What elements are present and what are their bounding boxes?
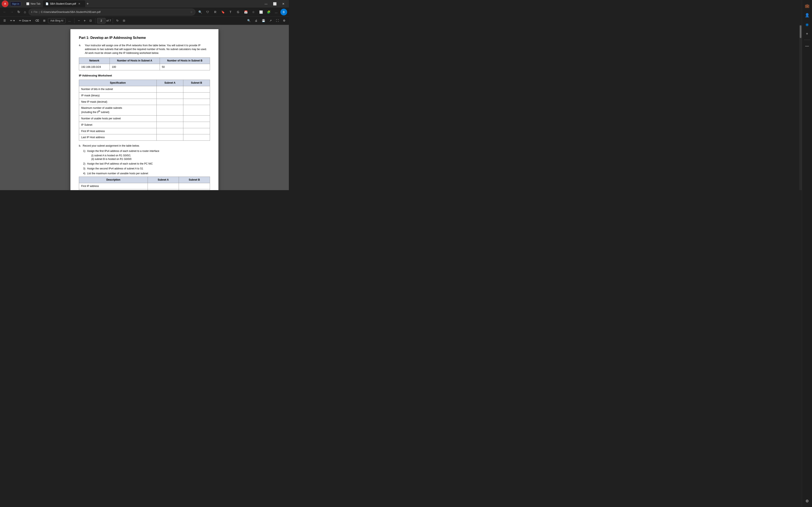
table-row: Number of usable hosts per subnet [79, 115, 210, 122]
highlight-button[interactable]: ✏ ▾ [8, 18, 16, 23]
spec-last-host: Last IP Host address [79, 134, 157, 141]
usable-hosts-a [157, 115, 183, 122]
zoom-controls: − + ⊡ [76, 18, 94, 23]
spec-max-subnets: Maximum number of usable subnets(includi… [79, 105, 157, 116]
sub-item-1-sub: (i) subnet A is hosted on R1 G0/0/1 (ii)… [87, 154, 159, 161]
titlebar: A Sign in ⬜ New Tab 📄 SBA-Student Exam.p… [0, 0, 289, 8]
extension-icon-5[interactable]: 📅 [242, 9, 249, 15]
main-content: Part 1: Develop an IP Addressing Scheme … [0, 25, 289, 190]
first-host-a [157, 128, 183, 134]
page-number-input[interactable] [97, 18, 105, 23]
ip-subnet-a [157, 122, 183, 128]
sub-item-2: 2) Assign the last IPv4 address of each … [83, 162, 210, 166]
sub-item-3-text: Assign the second IPv4 address of subnet… [87, 167, 143, 170]
fullscreen-button[interactable]: ⛶ [274, 18, 281, 23]
zoom-in-button[interactable]: + [82, 18, 87, 23]
save-button[interactable]: 💾 [260, 18, 267, 23]
sub-item-3: 3) Assign the second IPv4 address of sub… [83, 167, 210, 170]
address-separator: | [39, 11, 40, 13]
home-button[interactable]: ⌂ [22, 9, 27, 15]
search-button[interactable]: 🔍 [246, 18, 252, 23]
collections-icon[interactable]: ⬜ [258, 9, 264, 15]
worksheet-table: Specification Subnet A Subnet B Number o… [79, 80, 210, 141]
worksheet-title: IP Addressing Worksheet [79, 74, 210, 77]
first-ip-b [179, 183, 210, 189]
sub-item-1-content: Assign the first IPv4 address of each su… [87, 149, 159, 161]
address-toolbar-icons: 🔍 🛡 R 🔖 T G 📅 ☆ ⬜ 🧩 … B [197, 9, 287, 15]
print-button[interactable]: 🖨 [253, 18, 259, 23]
instruction-b-text: Record your subnet assignment in the tab… [83, 144, 140, 148]
subnet-b-col-header: Number of Hosts in Subnet B [160, 58, 210, 64]
sub-items-list: 1) Assign the first IPv4 address of each… [79, 149, 210, 175]
settings-button[interactable]: ⚙ [281, 18, 287, 23]
extensions-icon[interactable]: 🧩 [265, 9, 272, 15]
new-ip-mask-b [183, 99, 210, 105]
table-row: Number of bits in the subnet [79, 86, 210, 92]
table-button[interactable]: ⊞ [42, 18, 47, 23]
pdf-page: Part 1: Develop an IP Addressing Scheme … [70, 29, 218, 190]
sub-item-3-num: 3) [83, 167, 86, 170]
assignment-table: Description Subnet A Subnet B First IP a… [79, 177, 210, 190]
address-box[interactable]: ℹ File | C:/Users/altai/Downloads/SBA-St… [29, 9, 195, 15]
url-display: C:/Users/altai/Downloads/SBA-Student%20E… [41, 11, 189, 13]
maximize-button[interactable]: ⬜ [270, 1, 279, 6]
table-row: First IP address [79, 183, 210, 189]
draw-button[interactable]: ✏ Draw ▾ [17, 18, 33, 23]
search-icon[interactable]: 🔍 [197, 9, 203, 15]
extension-icon-2[interactable]: 🔖 [219, 9, 226, 15]
ask-bing-button[interactable]: Ask Bing AI [48, 18, 65, 23]
close-button[interactable]: ✕ [280, 1, 287, 6]
fit-page-button[interactable]: ⊡ [88, 18, 94, 23]
forward-button[interactable]: → [9, 9, 15, 15]
draw-chevron: ▾ [30, 19, 31, 22]
toc-button[interactable]: ☰ [2, 18, 8, 23]
last-ip-a [148, 189, 179, 190]
zoom-out-button[interactable]: − [76, 18, 82, 23]
table-row: Last IP address [79, 189, 210, 190]
table-row: First IP Host address [79, 128, 210, 134]
spec-col-header: Specification [79, 80, 157, 86]
refresh-button[interactable]: ↻ [16, 9, 21, 15]
usable-hosts-b [183, 115, 210, 122]
new-tab-button[interactable]: + [85, 2, 90, 6]
new-tab-icon: ⬜ [26, 2, 30, 5]
tab-new-tab[interactable]: ⬜ New Tab [24, 0, 43, 7]
more-icon[interactable]: … [273, 9, 280, 15]
eraser-button[interactable]: ⌫ [34, 18, 41, 23]
share-button[interactable]: ↗ [268, 18, 273, 23]
star-icon[interactable]: ☆ [190, 11, 193, 13]
ip-mask-binary-b [183, 92, 210, 99]
rotate-button[interactable]: ↻ [115, 18, 120, 23]
two-page-button[interactable]: ⊟ [121, 18, 127, 23]
shield-icon[interactable]: 🛡 [204, 9, 211, 15]
last-ip-b [179, 189, 210, 190]
extension-icon-4[interactable]: G [235, 9, 242, 15]
assign-subnet-b-header: Subnet B [179, 177, 210, 183]
back-button[interactable]: ← [2, 9, 8, 15]
tab-bar: ⬜ New Tab 📄 SBA-Student Exam.pdf ✕ + [24, 0, 260, 7]
draw-icon: ✏ [19, 19, 21, 22]
minimize-button[interactable]: — [262, 1, 270, 6]
table-row: Maximum number of usable subnets(includi… [79, 105, 210, 116]
draw-label: Draw [22, 19, 29, 22]
network-table: Network Number of Hosts in Subnet A Numb… [79, 57, 210, 70]
last-host-b [183, 134, 210, 141]
more-tools-button[interactable]: … [66, 18, 72, 23]
spec-usable-hosts: Number of usable hosts per subnet [79, 115, 157, 122]
spec-ip-mask-binary: IP mask (binary) [79, 92, 157, 99]
spec-first-host: First IP Host address [79, 128, 157, 134]
extension-icon-3[interactable]: T [227, 9, 234, 15]
hosts-a-value: 100 [109, 64, 160, 70]
tab-close-button[interactable]: ✕ [78, 2, 80, 5]
network-table-row: 192.168.100.0/24 100 50 [79, 64, 210, 70]
extension-icon-1[interactable]: R [212, 9, 219, 15]
tab-pdf[interactable]: 📄 SBA-Student Exam.pdf ✕ [43, 0, 85, 7]
spec-ip-subnet: IP Subnet [79, 122, 157, 128]
sign-in-button[interactable]: Sign in [10, 1, 21, 6]
sub-item-1: 1) Assign the first IPv4 address of each… [83, 149, 210, 161]
favorites-icon[interactable]: ☆ [250, 9, 257, 15]
profile-button[interactable]: A [2, 0, 8, 7]
sub-item-1-i: (i) subnet A is hosted on R1 G0/0/1 [91, 154, 159, 157]
bing-copilot-button[interactable]: B [281, 9, 287, 15]
bits-b [183, 86, 210, 92]
